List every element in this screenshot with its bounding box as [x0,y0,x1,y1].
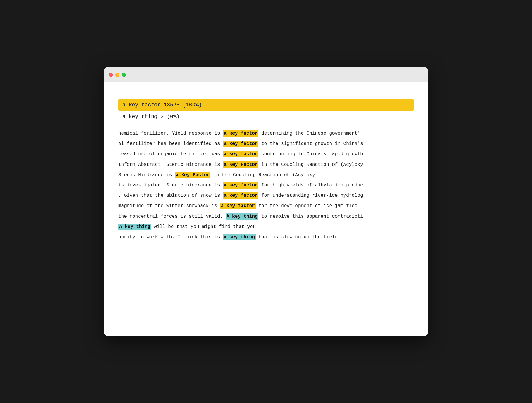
titlebar [104,67,428,82]
concordance-highlight: a key factor [223,141,258,147]
concordance-row: . Given that the ablation of snow is a k… [118,191,414,201]
concordance-post: determining the Chinese government' [258,131,360,136]
concordance-post: will be that you might find that you [151,224,256,229]
concordance-row: purity to work with. I think this is a k… [118,232,414,242]
concordance-post: in the Coupling Reaction of (Acyloxy [258,162,363,167]
concordance-highlight: A key thing [226,213,259,220]
concordance-row: A key thing will be that you might find … [118,222,414,232]
concordance-row: nemical ferilizer. Yield response is a k… [118,128,414,139]
main-content: a key factor 13528 (100%)a key thing 3 (… [104,82,428,336]
concordance-list: nemical ferilizer. Yield response is a k… [118,128,414,242]
concordance-post: to resolve this apparent contradicti [258,214,363,219]
minimize-button[interactable] [115,73,119,77]
concordance-pre: . Given that the ablation of snow is [118,193,223,198]
concordance-highlight: a key thing [223,234,256,240]
concordance-post: for the development of ice-jam floo [256,203,358,209]
concordance-highlight: a key factor [223,192,258,199]
concordance-pre: al fertilizer has been identified as [118,141,223,146]
concordance-pre: the noncentral forces is still valid. [118,214,226,219]
maximize-button[interactable] [122,73,126,77]
concordance-highlight: a key factor [220,203,256,209]
concordance-highlight: a Key Factor [223,161,258,168]
concordance-highlight: a key factor [223,182,258,189]
concordance-highlight: a key factor [223,130,258,137]
concordance-row: the noncentral forces is still valid. A … [118,212,414,222]
concordance-row: reased use of organic fertilizer was a k… [118,149,414,159]
concordance-pre: reased use of organic fertilizer was [118,151,223,157]
concordance-post: for high yields of alkylation produc [258,183,363,188]
concordance-pre: magnitude of the winter snowpack is [118,203,220,209]
concordance-row: Inform Abstract: Steric Hindrance is a K… [118,160,414,170]
concordance-pre: Steric Hindrance is [118,172,175,178]
close-button[interactable] [109,73,113,77]
concordance-highlight: A key thing [118,224,151,230]
concordance-row: al fertilizer has been identified as a k… [118,139,414,149]
option-list: a key factor 13528 (100%)a key thing 3 (… [118,99,414,123]
concordance-post: in the Coupling Reaction of (Acyloxy [210,172,315,178]
concordance-row: Steric Hindrance is a Key Factor in the … [118,170,414,180]
concordance-post: for understanding river-ice hydrolog [258,193,363,198]
concordance-pre: is investigated. Steric hindrance is [118,183,223,188]
concordance-pre: purity to work with. I think this is [118,234,223,240]
concordance-post: contributing to China's rapid growth [258,151,363,157]
concordance-pre: Inform Abstract: Steric Hindrance is [118,162,223,167]
concordance-row: is investigated. Steric hindrance is a k… [118,180,414,191]
concordance-highlight: a Key Factor [175,172,210,178]
option-item-factor[interactable]: a key factor 13528 (100%) [118,99,414,111]
traffic-lights [109,73,126,77]
app-window: a key factor 13528 (100%)a key thing 3 (… [104,67,428,336]
concordance-pre: nemical ferilizer. Yield response is [118,131,223,136]
concordance-highlight: a key factor [223,151,258,157]
option-item-thing[interactable]: a key thing 3 (0%) [118,111,414,123]
concordance-post: that is slowing up the field. [256,234,340,240]
concordance-row: magnitude of the winter snowpack is a ke… [118,201,414,211]
concordance-post: to the significant growth in China's [258,141,363,146]
